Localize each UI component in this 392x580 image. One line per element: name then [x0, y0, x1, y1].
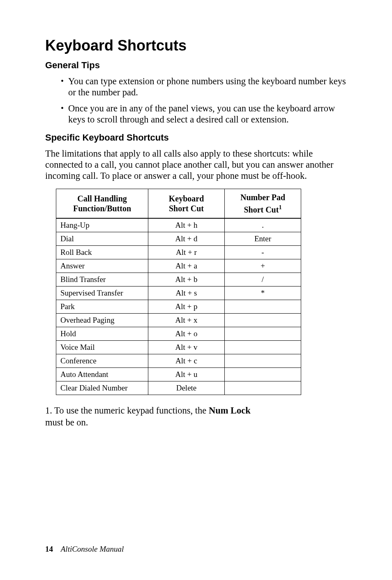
cell-num: +	[225, 259, 301, 273]
cell-key: Alt + x	[148, 313, 225, 327]
general-tips-list: • You can type extension or phone number…	[45, 76, 347, 125]
cell-func: Hold	[56, 327, 148, 340]
table-row: ParkAlt + p	[56, 300, 301, 313]
table-header-row: Call Handling Function/Button Keyboard S…	[56, 189, 301, 218]
cell-func: Hang-Up	[56, 218, 148, 232]
cell-key: Alt + s	[148, 286, 225, 300]
cell-num	[225, 327, 301, 340]
col-header-line1: Number Pad	[240, 193, 285, 202]
cell-func: Blind Transfer	[56, 273, 148, 286]
cell-key: Delete	[148, 381, 225, 395]
cell-key: Alt + u	[148, 367, 225, 381]
cell-func: Overhead Paging	[56, 313, 148, 327]
cell-key: Alt + o	[148, 327, 225, 340]
table-row: Roll BackAlt + r-	[56, 245, 301, 259]
bullet-icon: •	[61, 76, 68, 87]
col-header-line2: Short Cut	[244, 205, 279, 214]
table-row: HoldAlt + o	[56, 327, 301, 340]
page-title: Keyboard Shortcuts	[45, 37, 347, 54]
table-row: Clear Dialed NumberDelete	[56, 381, 301, 395]
cell-num	[225, 340, 301, 354]
cell-num: .	[225, 218, 301, 232]
bullet-icon: •	[61, 103, 68, 114]
page-number: 14	[45, 545, 53, 553]
footnote-suffix: must be on.	[45, 417, 347, 428]
table-row: Supervised TransferAlt + s*	[56, 286, 301, 300]
table-row: ConferenceAlt + c	[56, 354, 301, 367]
cell-num	[225, 381, 301, 395]
cell-key: Alt + v	[148, 340, 225, 354]
list-item-text: Once you are in any of the panel views, …	[68, 103, 347, 125]
col-header-line1: Keyboard	[169, 194, 204, 203]
table-row: AnswerAlt + a+	[56, 259, 301, 273]
footnote-bold: Num Lock	[209, 405, 251, 416]
shortcuts-table: Call Handling Function/Button Keyboard S…	[56, 189, 301, 395]
cell-key: Alt + c	[148, 354, 225, 367]
cell-num	[225, 367, 301, 381]
cell-func: Voice Mail	[56, 340, 148, 354]
list-item-text: You can type extension or phone numbers …	[68, 76, 347, 98]
cell-num: -	[225, 245, 301, 259]
col-header-line2: Function/Button	[73, 204, 131, 213]
table-row: DialAlt + dEnter	[56, 232, 301, 245]
col-header-numpad: Number Pad Short Cut1	[225, 189, 301, 218]
specific-shortcuts-heading: Specific Keyboard Shortcuts	[45, 132, 347, 143]
col-header-line2: Short Cut	[169, 204, 204, 213]
cell-num	[225, 354, 301, 367]
cell-key: Alt + h	[148, 218, 225, 232]
page-footer: 14 AltiConsole Manual	[45, 545, 124, 554]
cell-func: Supervised Transfer	[56, 286, 148, 300]
cell-num	[225, 313, 301, 327]
cell-func: Conference	[56, 354, 148, 367]
table-row: Auto AttendantAlt + u	[56, 367, 301, 381]
table-body: Hang-UpAlt + h. DialAlt + dEnter Roll Ba…	[56, 218, 301, 395]
footnote-prefix: 1. To use the numeric keypad functions, …	[45, 405, 209, 416]
cell-func: Park	[56, 300, 148, 313]
cell-key: Alt + p	[148, 300, 225, 313]
cell-key: Alt + r	[148, 245, 225, 259]
cell-num: *	[225, 286, 301, 300]
cell-num	[225, 300, 301, 313]
list-item: • Once you are in any of the panel views…	[61, 103, 347, 125]
col-header-function: Call Handling Function/Button	[56, 189, 148, 218]
cell-num: /	[225, 273, 301, 286]
table-row: Hang-UpAlt + h.	[56, 218, 301, 232]
col-header-line1: Call Handling	[77, 194, 127, 203]
table-row: Overhead PagingAlt + x	[56, 313, 301, 327]
cell-num: Enter	[225, 232, 301, 245]
footnote-line: 1. To use the numeric keypad functions, …	[45, 405, 347, 416]
cell-func: Dial	[56, 232, 148, 245]
table-row: Blind TransferAlt + b/	[56, 273, 301, 286]
col-header-keyboard: Keyboard Short Cut	[148, 189, 225, 218]
list-item: • You can type extension or phone number…	[61, 76, 347, 98]
doc-title: AltiConsole Manual	[61, 545, 124, 553]
footnote-ref: 1	[279, 204, 281, 210]
table-row: Voice MailAlt + v	[56, 340, 301, 354]
specific-shortcuts-intro: The limitations that apply to all calls …	[45, 148, 347, 181]
cell-func: Answer	[56, 259, 148, 273]
cell-func: Clear Dialed Number	[56, 381, 148, 395]
cell-key: Alt + b	[148, 273, 225, 286]
cell-key: Alt + d	[148, 232, 225, 245]
general-tips-heading: General Tips	[45, 60, 347, 71]
cell-key: Alt + a	[148, 259, 225, 273]
cell-func: Auto Attendant	[56, 367, 148, 381]
cell-func: Roll Back	[56, 245, 148, 259]
